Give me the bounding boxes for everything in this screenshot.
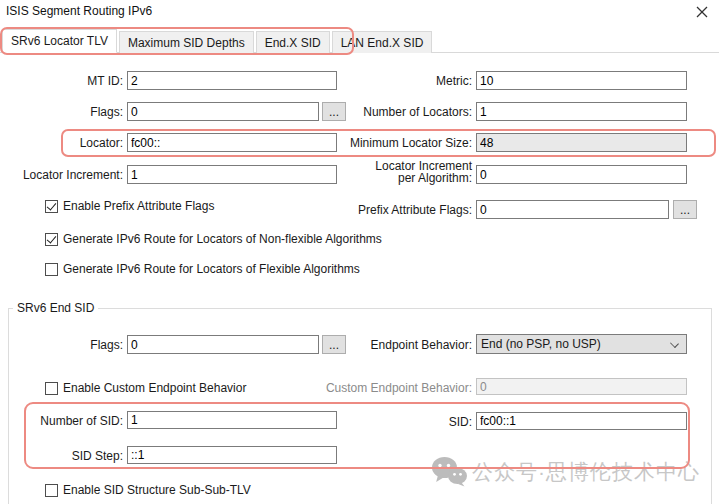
generate-flexible-label: Generate IPv6 Route for Locators of Flex… bbox=[63, 262, 360, 276]
tab-lan-endx-sid[interactable]: LAN End.X SID bbox=[332, 31, 433, 53]
sid-step-label: SID Step: bbox=[0, 449, 123, 463]
metric-label: Metric: bbox=[250, 74, 472, 88]
flags-label: Flags: bbox=[0, 105, 123, 119]
locator-increment-per-algorithm-label: Locator Increment per Algorithm: bbox=[250, 160, 472, 184]
sid-step-input[interactable] bbox=[127, 446, 337, 464]
enable-prefix-attribute-flags-checkbox[interactable] bbox=[45, 200, 58, 213]
srv6-end-sid-group-title: SRv6 End SID bbox=[13, 301, 98, 315]
sid-input[interactable] bbox=[476, 412, 687, 430]
enable-sid-structure-checkbox[interactable] bbox=[45, 484, 58, 497]
enable-custom-endpoint-behavior-label: Enable Custom Endpoint Behavior bbox=[63, 381, 246, 395]
minimum-locator-size-input bbox=[476, 133, 687, 152]
generate-flexible-checkbox[interactable] bbox=[45, 263, 58, 276]
endpoint-behavior-value: End (no PSP, no USP) bbox=[481, 337, 601, 351]
mt-id-label: MT ID: bbox=[0, 74, 123, 88]
locator-increment-label: Locator Increment: bbox=[0, 168, 123, 182]
endpoint-behavior-dropdown[interactable]: End (no PSP, no USP) bbox=[476, 334, 687, 354]
number-of-locators-label: Number of Locators: bbox=[250, 105, 472, 119]
generate-nonflexible-row[interactable]: Generate IPv6 Route for Locators of Non-… bbox=[45, 232, 382, 246]
sid-label: SID: bbox=[250, 415, 472, 429]
locator-label: Locator: bbox=[0, 136, 123, 150]
tab-maximum-sid-depths[interactable]: Maximum SID Depths bbox=[119, 31, 254, 53]
endpoint-behavior-label: Endpoint Behavior: bbox=[250, 338, 472, 352]
enable-sid-structure-row[interactable]: Enable SID Structure Sub-Sub-TLV bbox=[45, 483, 251, 497]
isis-segment-routing-ipv6-dialog: ISIS Segment Routing IPv6 SRv6 Locator T… bbox=[0, 0, 719, 504]
chevron-down-icon bbox=[670, 339, 679, 348]
tab-bar: SRv6 Locator TLV Maximum SID Depths End.… bbox=[0, 29, 719, 53]
prefix-attribute-flags-ellipsis-button[interactable]: ... bbox=[673, 200, 697, 219]
prefix-attribute-flags-input[interactable] bbox=[476, 200, 669, 219]
tab-endx-sid[interactable]: End.X SID bbox=[256, 31, 330, 53]
generate-nonflexible-checkbox[interactable] bbox=[45, 233, 58, 246]
enable-sid-structure-label: Enable SID Structure Sub-Sub-TLV bbox=[63, 483, 251, 497]
group-flags-label: Flags: bbox=[0, 338, 123, 352]
number-of-locators-input[interactable] bbox=[476, 102, 687, 121]
enable-prefix-attribute-flags-row[interactable]: Enable Prefix Attribute Flags bbox=[45, 199, 214, 213]
watermark: 公众号·思博伦技术中心 bbox=[431, 456, 700, 487]
dialog-title: ISIS Segment Routing IPv6 bbox=[6, 4, 152, 18]
locator-increment-per-algorithm-label-line2: per Algorithm: bbox=[250, 172, 472, 184]
locator-increment-per-algorithm-input[interactable] bbox=[476, 165, 687, 184]
tab-srv6-locator-tlv[interactable]: SRv6 Locator TLV bbox=[2, 29, 117, 53]
close-icon[interactable] bbox=[690, 2, 714, 22]
enable-prefix-attribute-flags-label: Enable Prefix Attribute Flags bbox=[63, 199, 214, 213]
wechat-icon bbox=[431, 456, 468, 487]
minimum-locator-size-label: Minimum Locator Size: bbox=[250, 136, 472, 150]
custom-endpoint-behavior-input bbox=[476, 378, 687, 395]
watermark-text: 公众号·思博伦技术中心 bbox=[472, 458, 700, 486]
generate-nonflexible-label: Generate IPv6 Route for Locators of Non-… bbox=[63, 232, 382, 246]
enable-custom-endpoint-behavior-row[interactable]: Enable Custom Endpoint Behavior bbox=[45, 381, 246, 395]
metric-input[interactable] bbox=[476, 71, 687, 90]
prefix-attribute-flags-label: Prefix Attribute Flags: bbox=[250, 203, 472, 217]
custom-endpoint-behavior-label: Custom Endpoint Behavior: bbox=[250, 381, 472, 395]
enable-custom-endpoint-behavior-checkbox[interactable] bbox=[45, 382, 58, 395]
generate-flexible-row[interactable]: Generate IPv6 Route for Locators of Flex… bbox=[45, 262, 360, 276]
number-of-sid-label: Number of SID: bbox=[0, 414, 123, 428]
